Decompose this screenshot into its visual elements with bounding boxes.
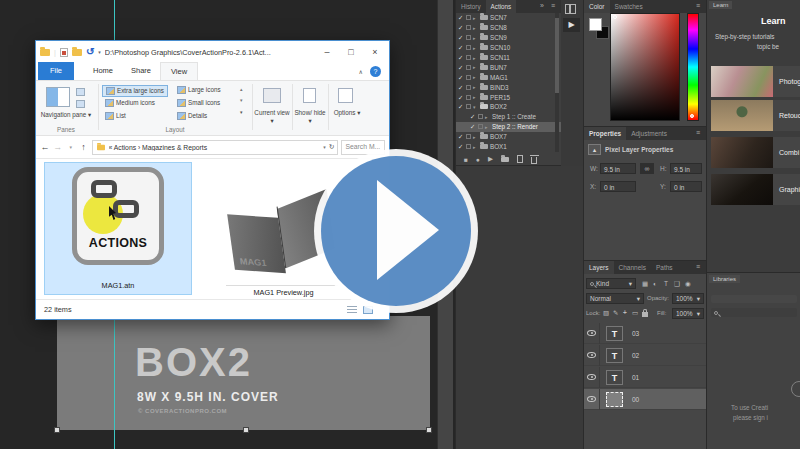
filter-adjustment-icon[interactable]: ◐ xyxy=(653,280,657,287)
filter-pixel-icon[interactable]: ▦ xyxy=(642,280,648,288)
learn-card-retouching[interactable]: Retouc xyxy=(711,100,800,131)
layout-large-icons[interactable]: Large icons xyxy=(174,85,224,95)
filter-type-icon[interactable]: T xyxy=(664,280,668,287)
delete-icon[interactable] xyxy=(531,157,537,164)
y-field[interactable]: 0 in xyxy=(670,181,702,192)
text-layer-thumbnail[interactable]: T xyxy=(606,370,623,385)
action-item[interactable]: ✓▸SCN9 xyxy=(456,33,561,43)
dialog-toggle[interactable] xyxy=(466,144,471,149)
action-item[interactable]: ✓▸BUN7 xyxy=(456,62,561,72)
panel-menu-icon[interactable]: ≡ xyxy=(696,263,700,270)
actions-panel-icon[interactable]: ▶ xyxy=(563,18,580,32)
check-icon[interactable]: ✓ xyxy=(470,123,476,130)
file-name[interactable]: MAG1.atn xyxy=(45,281,191,290)
link-dimensions-icon[interactable]: ∞ xyxy=(640,163,654,174)
check-icon[interactable]: ✓ xyxy=(458,84,464,91)
action-item[interactable]: ✓▸SCN10 xyxy=(456,43,561,53)
tab-color[interactable]: Color xyxy=(584,0,610,13)
layer-row-selected[interactable]: 00 xyxy=(584,389,706,410)
check-icon[interactable]: ✓ xyxy=(458,14,464,21)
dialog-toggle[interactable] xyxy=(466,65,471,70)
check-icon[interactable]: ✓ xyxy=(470,113,476,120)
tab-layers[interactable]: Layers xyxy=(584,261,614,274)
lock-move-icon[interactable]: + xyxy=(623,309,627,316)
expand-icon[interactable]: ▸ xyxy=(473,55,478,61)
libraries-dropdown[interactable] xyxy=(711,295,797,303)
eye-icon[interactable] xyxy=(587,374,596,380)
tab-home[interactable]: Home xyxy=(84,62,122,80)
check-icon[interactable]: ✓ xyxy=(458,103,464,110)
action-step-selected[interactable]: ✓▸Step 2 :: Render xyxy=(456,122,561,132)
collapse-ribbon-icon[interactable]: ∧ xyxy=(359,68,363,75)
dialog-toggle[interactable] xyxy=(466,35,471,40)
text-layer-thumbnail[interactable]: T xyxy=(606,326,623,341)
expand-icon[interactable]: ▸ xyxy=(485,124,490,130)
actions-scrollbar[interactable] xyxy=(555,13,559,152)
document-canvas[interactable]: BOX2 8W X 9.5H IN. COVER © COVERACTIONPR… xyxy=(57,316,430,430)
check-icon[interactable]: ✓ xyxy=(458,64,464,71)
eye-icon[interactable] xyxy=(587,396,596,402)
forward-icon[interactable]: → xyxy=(53,142,63,152)
expand-icon[interactable]: ▸ xyxy=(473,94,478,100)
hue-slider-cursor[interactable] xyxy=(690,114,694,118)
show-hide-button[interactable]: Show/ hide ▾ xyxy=(294,109,326,124)
check-icon[interactable]: ✓ xyxy=(458,24,464,31)
color-picker-cursor[interactable] xyxy=(613,15,617,19)
layer-name[interactable]: 03 xyxy=(632,330,639,337)
action-item[interactable]: ✓▸BOX7 xyxy=(456,132,561,142)
expand-icon[interactable]: ▸ xyxy=(473,74,478,80)
check-icon[interactable]: ✓ xyxy=(458,94,464,101)
undo-icon[interactable]: ↺ xyxy=(86,47,94,57)
layer-row[interactable]: T 02 xyxy=(584,345,706,366)
learn-card-photography[interactable]: Photog xyxy=(711,66,800,97)
breadcrumb[interactable]: « Actions › Magazines & Reports xyxy=(109,144,321,151)
dialog-toggle[interactable] xyxy=(466,55,471,60)
layout-scroll-up-icon[interactable]: ▴ xyxy=(240,86,243,92)
x-field[interactable]: 0 in xyxy=(600,181,636,192)
dialog-toggle[interactable] xyxy=(466,95,471,100)
collapse-icon[interactable]: ▾ xyxy=(473,104,478,110)
expand-icon[interactable]: ▸ xyxy=(473,84,478,90)
pixel-layer-thumbnail[interactable] xyxy=(606,392,623,407)
layout-scroll-down-icon[interactable]: ▾ xyxy=(240,97,243,103)
action-step[interactable]: ✓▸Step 1 :: Create xyxy=(456,112,561,122)
details-pane-icon[interactable] xyxy=(76,100,85,108)
new-action-icon[interactable] xyxy=(517,155,523,163)
color-picker-gradient[interactable] xyxy=(610,13,680,121)
dialog-toggle[interactable] xyxy=(466,25,471,30)
dialog-toggle[interactable] xyxy=(466,85,471,90)
transform-handle-left[interactable] xyxy=(54,427,60,433)
width-field[interactable]: 9.5 in xyxy=(600,163,636,174)
transform-handle-right[interactable] xyxy=(426,427,432,433)
visibility-cell[interactable] xyxy=(584,389,600,410)
lock-artboard-icon[interactable]: ▭ xyxy=(632,309,638,317)
layout-extra-large-icons[interactable]: Extra large icons xyxy=(102,85,168,97)
check-icon[interactable]: ✓ xyxy=(458,133,464,140)
hue-slider[interactable] xyxy=(687,13,699,121)
lock-all-icon[interactable] xyxy=(642,312,648,317)
dialog-toggle[interactable] xyxy=(466,134,471,139)
layer-name[interactable]: 01 xyxy=(632,374,639,381)
minimize-button[interactable]: – xyxy=(317,47,337,57)
preview-pane-icon[interactable] xyxy=(76,88,85,96)
help-icon[interactable]: ? xyxy=(370,66,381,77)
visibility-cell[interactable] xyxy=(584,367,600,388)
layout-more-icon[interactable]: ▾ xyxy=(240,109,243,115)
visibility-cell[interactable] xyxy=(584,345,600,366)
tab-view[interactable]: View xyxy=(160,62,198,80)
new-set-icon[interactable] xyxy=(501,157,509,162)
expand-icon[interactable]: ▸ xyxy=(473,35,478,41)
quick-access-properties-icon[interactable] xyxy=(60,48,68,57)
check-icon[interactable]: ✓ xyxy=(458,74,464,81)
dialog-toggle[interactable] xyxy=(478,124,483,129)
visibility-cell[interactable] xyxy=(584,323,600,344)
panel-menu-icon[interactable]: ≡ xyxy=(696,2,700,9)
panel-collapse-icon[interactable]: » xyxy=(540,2,544,9)
action-item[interactable]: ✓▸BOX1 xyxy=(456,142,561,152)
foreground-color-swatch[interactable] xyxy=(589,18,602,31)
check-icon[interactable]: ✓ xyxy=(458,34,464,41)
navigation-pane-button[interactable]: Navigation pane ▾ xyxy=(38,111,94,119)
stop-icon[interactable]: ■ xyxy=(464,156,468,163)
details-view-toggle-icon[interactable] xyxy=(347,306,357,314)
layout-medium-icons[interactable]: Medium icons xyxy=(102,98,158,108)
